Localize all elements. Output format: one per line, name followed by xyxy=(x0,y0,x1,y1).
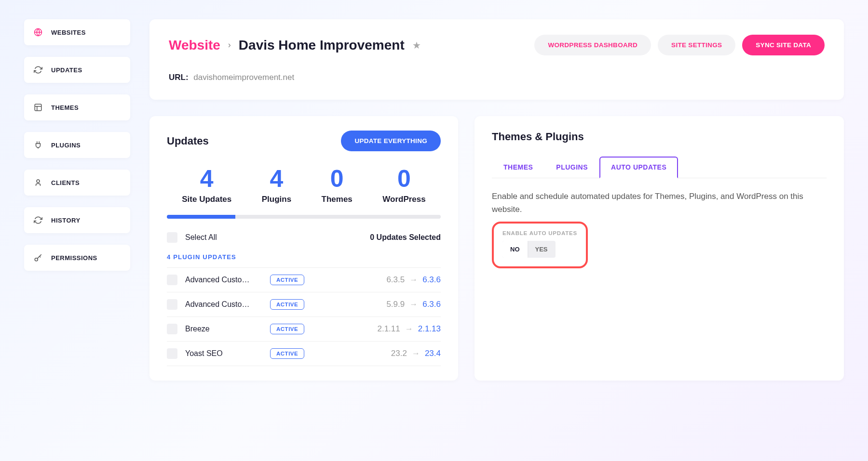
sidebar-item-label: WEBSITES xyxy=(51,29,86,36)
tab-description: Enable and schedule automated updates fo… xyxy=(492,190,827,216)
version-old: 5.9.9 xyxy=(386,300,405,309)
plugin-updates-label: 4 PLUGIN UPDATES xyxy=(167,253,441,261)
key-icon xyxy=(34,253,42,262)
stats-row: 4 Site Updates 4 Plugins 0 Themes 0 Word… xyxy=(167,165,441,204)
sidebar-item-label: UPDATES xyxy=(51,66,82,74)
sidebar-item-themes[interactable]: THEMES xyxy=(24,94,130,120)
layout-icon xyxy=(34,103,42,112)
updates-panel: Updates UPDATE EVERYTHING 4 Site Updates… xyxy=(149,116,458,381)
url-value: davishomeimprovement.net xyxy=(193,73,294,82)
header-actions: WORDPRESS DASHBOARD SITE SETTINGS SYNC S… xyxy=(534,35,825,55)
user-icon xyxy=(34,178,42,187)
svg-point-3 xyxy=(35,258,38,261)
url-row: URL: davishomeimprovement.net xyxy=(169,73,825,82)
sidebar-item-label: CLIENTS xyxy=(51,179,80,186)
tab-plugins[interactable]: PLUGINS xyxy=(544,157,599,178)
arrow-right-icon: → xyxy=(405,324,413,334)
update-everything-button[interactable]: UPDATE EVERYTHING xyxy=(341,131,441,151)
update-row: Advanced Custo… ACTIVE 5.9.9 → 6.3.6 xyxy=(167,292,441,317)
auto-updates-toggle: NO YES xyxy=(502,241,556,258)
status-badge: ACTIVE xyxy=(270,324,304,334)
stat-site-updates: 4 Site Updates xyxy=(182,165,231,204)
sidebar-item-label: PERMISSIONS xyxy=(51,254,97,262)
sidebar-item-websites[interactable]: WEBSITES xyxy=(24,19,130,45)
breadcrumb: Website › Davis Home Improvement ★ xyxy=(169,38,421,53)
tab-auto-updates[interactable]: AUTO UPDATES xyxy=(599,157,678,178)
plugin-name: Yoast SEO xyxy=(185,349,262,358)
stat-wordpress: 0 WordPress xyxy=(382,165,425,204)
version-new: 6.3.6 xyxy=(422,275,441,285)
stat-themes: 0 Themes xyxy=(322,165,353,204)
version-old: 6.3.5 xyxy=(386,275,405,285)
sidebar-item-label: HISTORY xyxy=(51,217,81,224)
updates-title: Updates xyxy=(167,135,209,147)
refresh-icon xyxy=(34,216,42,224)
themes-plugins-title: Themes & Plugins xyxy=(492,131,827,143)
sync-site-data-button[interactable]: SYNC SITE DATA xyxy=(742,35,825,55)
wordpress-dashboard-button[interactable]: WORDPRESS DASHBOARD xyxy=(534,35,651,55)
plugin-name: Breeze xyxy=(185,325,262,333)
version-new: 2.1.13 xyxy=(418,324,441,334)
arrow-right-icon: → xyxy=(409,275,418,285)
select-all-checkbox[interactable] xyxy=(167,232,177,243)
update-row: Breeze ACTIVE 2.1.11 → 2.1.13 xyxy=(167,317,441,342)
star-icon[interactable]: ★ xyxy=(412,40,421,51)
stat-plugins: 4 Plugins xyxy=(262,165,291,204)
svg-point-2 xyxy=(37,180,40,183)
sidebar-item-label: THEMES xyxy=(51,104,79,111)
themes-plugins-panel: Themes & Plugins THEMES PLUGINS AUTO UPD… xyxy=(475,116,844,381)
version-old: 2.1.11 xyxy=(377,324,400,334)
sidebar: WEBSITES UPDATES THEMES PLUGINS CLIENTS xyxy=(24,19,130,381)
plugin-name: Advanced Custo… xyxy=(185,300,262,309)
version-new: 6.3.6 xyxy=(422,300,441,309)
sidebar-item-history[interactable]: HISTORY xyxy=(24,207,130,233)
refresh-icon xyxy=(34,66,42,74)
globe-icon xyxy=(34,28,42,37)
sidebar-item-label: PLUGINS xyxy=(51,142,81,149)
sidebar-item-clients[interactable]: CLIENTS xyxy=(24,170,130,196)
toggle-yes[interactable]: YES xyxy=(528,241,556,258)
highlight-annotation: ENABLE AUTO UPDATES NO YES xyxy=(492,222,588,268)
url-label: URL: xyxy=(169,73,189,82)
sidebar-item-plugins[interactable]: PLUGINS xyxy=(24,132,130,158)
row-checkbox[interactable] xyxy=(167,299,177,310)
status-badge: ACTIVE xyxy=(270,275,304,285)
status-badge: ACTIVE xyxy=(270,348,304,359)
plugin-name: Advanced Custo… xyxy=(185,276,262,284)
update-row: Advanced Custo… ACTIVE 6.3.5 → 6.3.6 xyxy=(167,268,441,292)
row-checkbox[interactable] xyxy=(167,324,177,334)
selected-count: 0 Updates Selected xyxy=(370,233,441,242)
select-all-label[interactable]: Select All xyxy=(185,233,217,242)
row-checkbox[interactable] xyxy=(167,348,177,359)
update-row: Yoast SEO ACTIVE 23.2 → 23.4 xyxy=(167,342,441,366)
toggle-label: ENABLE AUTO UPDATES xyxy=(502,230,577,236)
arrow-right-icon: → xyxy=(412,349,420,358)
row-checkbox[interactable] xyxy=(167,275,177,285)
sidebar-item-permissions[interactable]: PERMISSIONS xyxy=(24,245,130,271)
chevron-right-icon: › xyxy=(228,40,231,50)
tab-themes[interactable]: THEMES xyxy=(492,157,544,178)
progress-bar xyxy=(167,215,441,219)
sidebar-item-updates[interactable]: UPDATES xyxy=(24,57,130,83)
toggle-no[interactable]: NO xyxy=(502,241,528,258)
breadcrumb-link[interactable]: Website xyxy=(169,38,220,53)
plug-icon xyxy=(34,141,42,149)
status-badge: ACTIVE xyxy=(270,299,304,310)
update-list: Advanced Custo… ACTIVE 6.3.5 → 6.3.6 Adv… xyxy=(167,267,441,366)
version-new: 23.4 xyxy=(425,349,441,358)
arrow-right-icon: → xyxy=(409,300,418,309)
svg-rect-1 xyxy=(35,104,41,111)
version-old: 23.2 xyxy=(391,349,407,358)
page-title: Davis Home Improvement xyxy=(239,38,405,53)
progress-fill xyxy=(167,215,235,219)
tabs: THEMES PLUGINS AUTO UPDATES xyxy=(492,157,827,178)
header-card: Website › Davis Home Improvement ★ WORDP… xyxy=(149,19,844,100)
site-settings-button[interactable]: SITE SETTINGS xyxy=(658,35,735,55)
